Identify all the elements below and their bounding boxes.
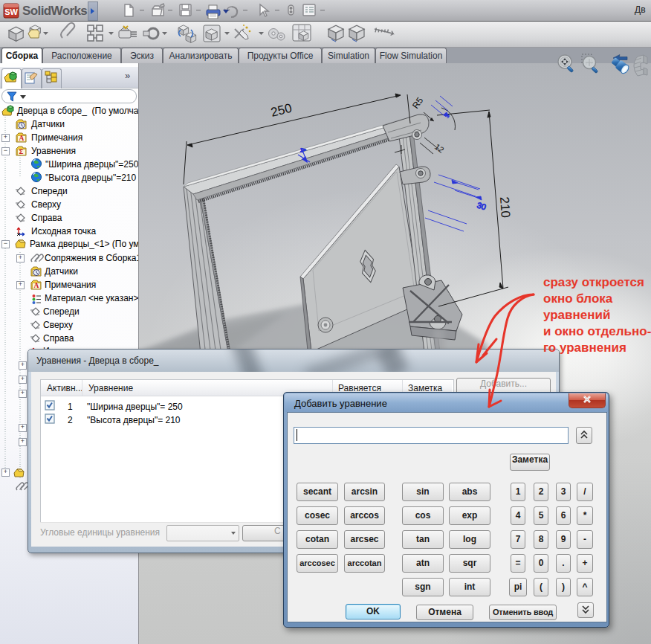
svg-text:Σ: Σ	[19, 147, 24, 155]
svg-text:210: 210	[497, 196, 513, 219]
svg-text:250: 250	[269, 101, 293, 120]
svg-text:12: 12	[433, 142, 446, 155]
svg-text:R5: R5	[410, 95, 425, 111]
svg-text:A: A	[34, 282, 39, 289]
svg-text:A: A	[19, 135, 25, 142]
svg-text:30: 30	[476, 200, 487, 211]
